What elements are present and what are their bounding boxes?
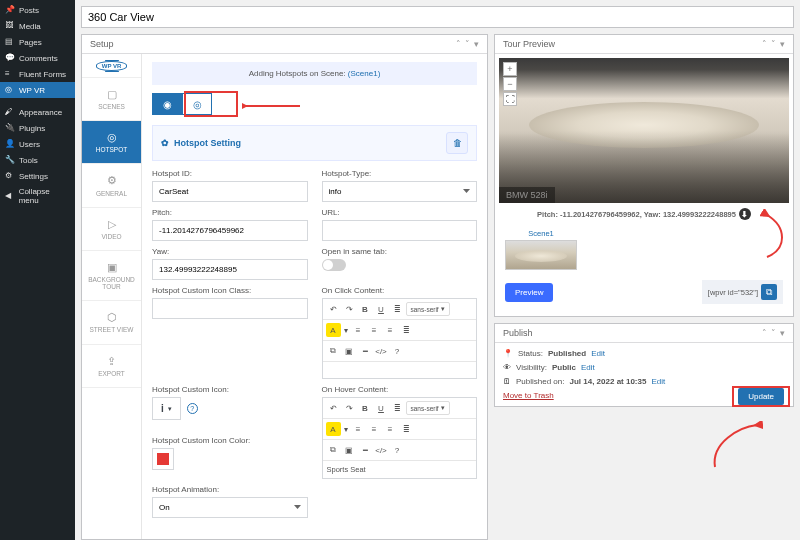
help-icon[interactable]: ?	[390, 344, 405, 358]
help-icon[interactable]: ?	[187, 403, 198, 414]
hotspot-type-select[interactable]: info	[322, 181, 478, 202]
underline-icon[interactable]: U	[374, 302, 389, 316]
color-picker[interactable]	[152, 448, 174, 470]
caret-icon[interactable]: ▾	[342, 323, 350, 337]
chevron-up-icon[interactable]: ˄	[762, 39, 767, 49]
tab-video[interactable]: ▷VIDEO	[82, 208, 141, 251]
chevron-down-icon[interactable]: ˅	[771, 328, 776, 338]
panorama-viewer[interactable]: + − ⛶ BMW 528i	[499, 58, 789, 203]
tab-scenes[interactable]: ▢SCENES	[82, 78, 141, 121]
tab-export[interactable]: ⇪EXPORT	[82, 345, 141, 388]
yaw-input[interactable]	[152, 259, 308, 280]
menu-users[interactable]: 👤Users	[0, 136, 75, 152]
menu-collapse[interactable]: ◀Collapse menu	[0, 184, 75, 208]
align-left-icon[interactable]: ≡	[351, 323, 366, 337]
zoom-out-button[interactable]: −	[503, 77, 517, 91]
undo-icon[interactable]: ↶	[326, 401, 341, 415]
image-icon[interactable]: ▣	[342, 443, 357, 457]
menu-media[interactable]: 🖼Media	[0, 18, 75, 34]
align-justify-icon[interactable]: ≣	[399, 422, 414, 436]
tab-bg[interactable]: ▣BACKGROUND TOUR	[82, 251, 141, 301]
menu-pages[interactable]: ▤Pages	[0, 34, 75, 50]
bold-icon[interactable]: B	[358, 302, 373, 316]
open-tab-toggle[interactable]	[322, 259, 346, 271]
move-to-trash-link[interactable]: Move to Trash	[503, 391, 554, 400]
click-editor[interactable]: ↶ ↷ B U ≣ sans-serif ▾ A▾	[322, 298, 478, 379]
scenes-icon: ▢	[84, 88, 139, 100]
menu-comments[interactable]: 💬Comments	[0, 50, 75, 66]
menu-fluent[interactable]: ≡Fluent Forms	[0, 66, 75, 82]
menu-tools[interactable]: 🔧Tools	[0, 152, 75, 168]
pitch-input[interactable]	[152, 220, 308, 241]
undo-icon[interactable]: ↶	[326, 302, 341, 316]
users-icon: 👤	[5, 139, 15, 149]
link-icon[interactable]: ⧉	[326, 443, 341, 457]
menu-appearance[interactable]: 🖌Appearance	[0, 104, 75, 120]
animation-select[interactable]: On	[152, 497, 308, 518]
scene-link[interactable]: (Scene1)	[348, 69, 380, 78]
hover-editor[interactable]: ↶ ↷ B U ≣ sans-serif ▾ A▾	[322, 397, 478, 479]
remove-format-icon[interactable]: ━	[358, 443, 373, 457]
align-right-icon[interactable]: ≡	[383, 422, 398, 436]
caret-icon[interactable]: ▾	[780, 39, 785, 49]
hover-editor-body[interactable]: Sports Seat	[323, 461, 477, 478]
fullscreen-button[interactable]: ⛶	[503, 92, 517, 106]
help-icon[interactable]: ?	[390, 443, 405, 457]
bold-icon[interactable]: B	[358, 401, 373, 415]
update-button[interactable]: Update	[738, 388, 784, 405]
zoom-in-button[interactable]: +	[503, 62, 517, 76]
chevron-up-icon[interactable]: ˄	[762, 328, 767, 338]
copy-shortcode-button[interactable]: ⧉	[761, 284, 777, 300]
align-center-icon[interactable]: ≡	[367, 323, 382, 337]
font-select[interactable]: sans-serif ▾	[406, 401, 450, 415]
url-input[interactable]	[322, 220, 478, 241]
link-icon[interactable]: ⧉	[326, 344, 341, 358]
list-icon[interactable]: ≣	[390, 401, 405, 415]
align-left-icon[interactable]: ≡	[351, 422, 366, 436]
tab-general[interactable]: ⚙GENERAL	[82, 164, 141, 207]
font-select[interactable]: sans-serif ▾	[406, 302, 450, 316]
delete-hotspot-button[interactable]: 🗑	[446, 132, 468, 154]
tab-street[interactable]: ⬡STREET VIEW	[82, 301, 141, 344]
edit-status-link[interactable]: Edit	[591, 349, 605, 358]
icon-class-input[interactable]	[152, 298, 308, 319]
menu-posts[interactable]: 📌Posts	[0, 2, 75, 18]
eye-icon: 👁	[503, 363, 511, 372]
target-icon: ◉	[163, 99, 172, 110]
preview-button[interactable]: Preview	[505, 283, 553, 302]
align-right-icon[interactable]: ≡	[383, 323, 398, 337]
click-editor-body[interactable]	[323, 362, 477, 378]
pages-icon: ▤	[5, 37, 15, 47]
hotspot-tab-1[interactable]: ◉	[152, 93, 182, 115]
highlight-icon[interactable]: A	[326, 323, 341, 337]
click-content-label: On Click Content:	[322, 286, 478, 295]
menu-settings[interactable]: ⚙Settings	[0, 168, 75, 184]
hotspot-id-input[interactable]	[152, 181, 308, 202]
edit-visibility-link[interactable]: Edit	[581, 363, 595, 372]
underline-icon[interactable]: U	[374, 401, 389, 415]
chevron-down-icon[interactable]: ˅	[771, 39, 776, 49]
align-center-icon[interactable]: ≡	[367, 422, 382, 436]
menu-wpvr[interactable]: ◎WP VR	[0, 82, 75, 98]
chevron-down-icon[interactable]: ˅	[465, 39, 470, 49]
code-icon[interactable]: </>	[374, 443, 389, 457]
menu-plugins[interactable]: 🔌Plugins	[0, 120, 75, 136]
remove-format-icon[interactable]: ━	[358, 344, 373, 358]
redo-icon[interactable]: ↷	[342, 401, 357, 415]
code-icon[interactable]: </>	[374, 344, 389, 358]
scene-thumb[interactable]: Scene1	[505, 229, 577, 270]
list-icon[interactable]: ≣	[390, 302, 405, 316]
icon-picker[interactable]: i ▾	[152, 397, 181, 420]
align-justify-icon[interactable]: ≣	[399, 323, 414, 337]
highlight-icon[interactable]: A	[326, 422, 341, 436]
caret-icon[interactable]: ▾	[780, 328, 785, 338]
tab-hotspot[interactable]: ◎HOTSPOT	[82, 121, 141, 164]
redo-icon[interactable]: ↷	[342, 302, 357, 316]
edit-date-link[interactable]: Edit	[651, 377, 665, 386]
post-title-input[interactable]	[81, 6, 794, 28]
caret-icon[interactable]: ▾	[342, 422, 350, 436]
image-icon[interactable]: ▣	[342, 344, 357, 358]
preview-panel: Tour Preview ˄ ˅ ▾ + − ⛶ BMW 528i	[494, 34, 794, 317]
caret-icon[interactable]: ▾	[474, 39, 479, 49]
chevron-up-icon[interactable]: ˄	[456, 39, 461, 49]
